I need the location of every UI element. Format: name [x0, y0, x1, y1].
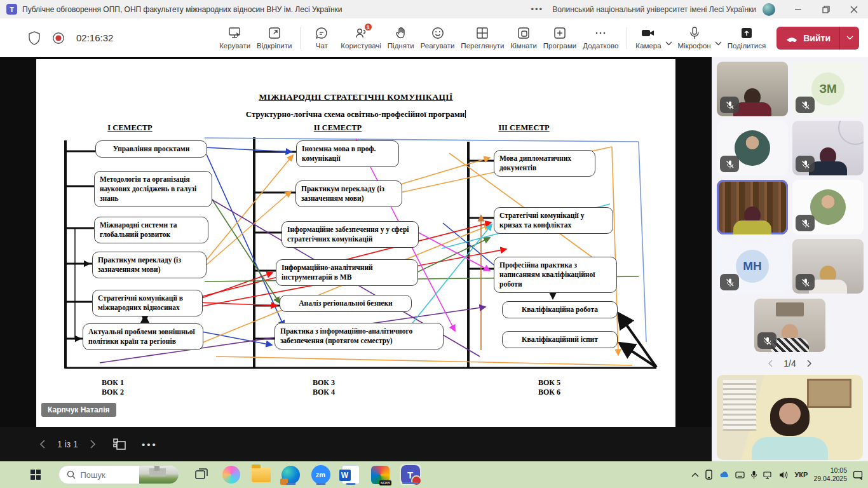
- tray-microphone-icon[interactable]: [750, 470, 757, 480]
- more-button[interactable]: Додатково: [580, 24, 621, 52]
- microphone-options-chevron[interactable]: [715, 37, 722, 48]
- view-button[interactable]: Переглянути: [458, 24, 507, 52]
- notifications-icon[interactable]: [853, 470, 863, 480]
- restore-button[interactable]: [812, 0, 840, 18]
- diagram-subtitle: Структурно-логічна схема освітньо-профес…: [132, 109, 580, 119]
- course-box: Мова дипломатичних документів: [494, 150, 595, 177]
- apps-button[interactable]: Програми: [540, 24, 580, 52]
- language-indicator[interactable]: УКР: [795, 471, 808, 478]
- muted-mic-icon: [796, 274, 815, 290]
- screen-cursor-icon: [228, 26, 242, 40]
- edge-button[interactable]: [280, 464, 302, 485]
- rooms-button[interactable]: Кімнати: [507, 24, 539, 52]
- copilot-button[interactable]: [220, 464, 242, 485]
- camera-icon: [641, 26, 656, 40]
- search-input[interactable]: [81, 470, 129, 480]
- next-page-icon[interactable]: [90, 439, 96, 449]
- meeting-title: Публічне обговорення ОПП, ОНП факультету…: [22, 5, 342, 14]
- nav-more-icon[interactable]: •••: [142, 439, 158, 450]
- presenter-name-tag: Карпчук Наталія: [41, 403, 116, 417]
- participant-tile[interactable]: МН: [717, 239, 788, 294]
- course-box: Стратегічні комунікації в міжнародних ві…: [92, 290, 203, 316]
- add-app-icon: [553, 26, 567, 40]
- toolbar-divider: [300, 27, 301, 49]
- network-icon[interactable]: [763, 471, 773, 479]
- participant-tile[interactable]: ЗМ: [792, 62, 864, 116]
- leave-options-chevron[interactable]: [840, 27, 859, 50]
- share-button[interactable]: Поділитися: [724, 24, 769, 52]
- semester-1-header: І СЕМЕСТР: [90, 123, 170, 133]
- popout-arrow-icon: [268, 26, 281, 40]
- search-highlight-image: [139, 465, 179, 484]
- participants-page-indicator: 1/4: [783, 358, 796, 369]
- onedrive-icon[interactable]: [719, 471, 729, 478]
- participants-badge: 1: [363, 22, 373, 32]
- minimize-button[interactable]: [784, 0, 812, 18]
- teams-button[interactable]: T: [400, 464, 421, 485]
- unpin-button[interactable]: Відкріпити: [254, 24, 295, 52]
- text-caret: [465, 110, 466, 118]
- course-box: Кваліфікаційний іспит: [502, 331, 618, 348]
- course-box: Практикум перекладу (із зазначенням мови…: [92, 252, 207, 278]
- semester-3-header: ІІІ СЕМЕСТР: [481, 123, 567, 133]
- taskbar-clock[interactable]: 10:05 29.04.2025: [813, 466, 847, 483]
- taskbar-time: 10:05: [813, 466, 847, 475]
- self-view-tile[interactable]: [717, 375, 863, 460]
- participants-button[interactable]: 1 Користувачі: [337, 24, 384, 52]
- participant-tile[interactable]: [717, 121, 788, 175]
- participants-panel: ЗМ МН: [712, 57, 868, 461]
- avatar: [735, 130, 770, 166]
- raise-hand-button[interactable]: Підняти: [384, 24, 417, 52]
- course-box: Інформаційне забезпечення у у сфері стра…: [281, 221, 419, 248]
- course-box: Актуальні проблеми зовнішньої політики к…: [83, 323, 203, 350]
- start-button[interactable]: [31, 470, 41, 480]
- course-box: Методологія та організація наукових досл…: [94, 171, 212, 207]
- participant-tile[interactable]: [792, 121, 864, 175]
- word-icon: W: [342, 465, 360, 484]
- leave-button[interactable]: Вийти: [776, 27, 859, 50]
- course-box: Професійна практика з написанням кваліфі…: [494, 257, 617, 293]
- grid-view-icon: [475, 26, 489, 40]
- breakout-rooms-icon: [517, 26, 531, 40]
- muted-mic-icon: [720, 274, 739, 290]
- hidden-icons-chevron[interactable]: [691, 472, 699, 477]
- slides-grid-icon[interactable]: [112, 438, 126, 451]
- avatar[interactable]: [763, 3, 775, 16]
- muted-mic-icon: [720, 156, 739, 172]
- chat-button[interactable]: Чат: [306, 24, 337, 52]
- zoom-button[interactable]: zm: [310, 464, 332, 485]
- participant-initials: МН: [736, 250, 769, 283]
- word-button[interactable]: W: [340, 464, 362, 485]
- titlebar-more-icon[interactable]: •••: [531, 4, 544, 14]
- react-button[interactable]: Реагувати: [417, 24, 458, 52]
- manage-button[interactable]: Керувати: [216, 24, 254, 52]
- next-participants-icon[interactable]: [806, 359, 812, 368]
- microsoft-365-button[interactable]: [370, 464, 391, 485]
- course-box: Іноземна мова в проф. комунікації: [296, 140, 399, 167]
- meeting-timer: 02:16:32: [76, 32, 113, 43]
- task-view-button[interactable]: [191, 464, 212, 485]
- course-box: Практика з інформаційно-аналітичного заб…: [275, 323, 444, 349]
- window-titlebar: T Публічне обговорення ОПП, ОНП факульте…: [0, 0, 868, 18]
- close-button[interactable]: [840, 0, 868, 18]
- camera-options-chevron[interactable]: [665, 37, 672, 48]
- previous-page-icon[interactable]: [39, 439, 46, 449]
- microphone-button[interactable]: Мікрофон: [675, 24, 714, 52]
- taskbar-search[interactable]: [58, 465, 179, 484]
- participant-tile[interactable]: [792, 180, 864, 234]
- bok-labels-3: ВОК 5ВОК 6: [510, 378, 589, 397]
- active-speaker-tile[interactable]: [717, 180, 788, 234]
- volume-icon[interactable]: [779, 471, 789, 479]
- file-explorer-button[interactable]: [250, 464, 272, 485]
- course-box: Практикум перекладу (із зазначенням мови…: [295, 180, 402, 207]
- text-input-indicator-icon[interactable]: [735, 471, 745, 479]
- course-box: Аналіз регіональної безпеки: [280, 295, 412, 312]
- phone-link-icon[interactable]: [705, 470, 713, 480]
- participant-tile[interactable]: [754, 299, 825, 352]
- participant-tile[interactable]: [717, 62, 788, 116]
- participant-tile[interactable]: [792, 239, 864, 294]
- previous-participants-icon[interactable]: [768, 359, 773, 368]
- security-shield-icon: [28, 31, 41, 45]
- camera-button[interactable]: Камера: [632, 24, 664, 52]
- bok-labels-1: ВОК 1ВОК 2: [73, 378, 153, 397]
